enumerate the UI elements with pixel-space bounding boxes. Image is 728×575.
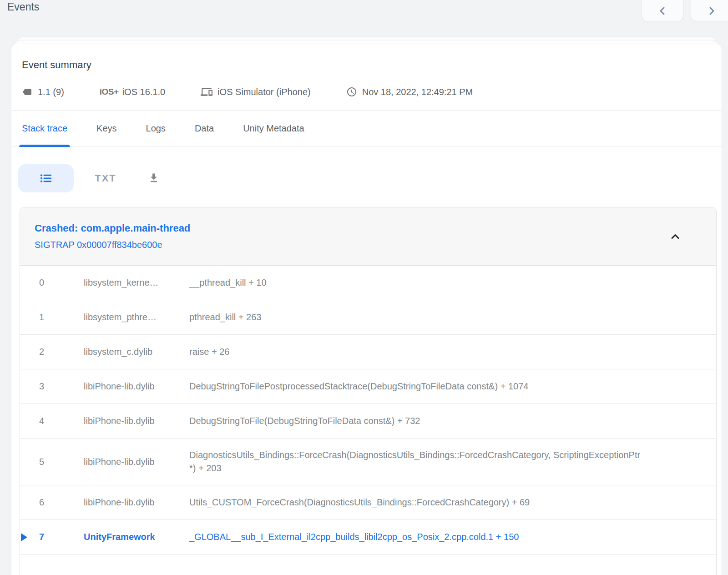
device-value: iOS Simulator (iPhone) [217,87,311,97]
stack-trace-panel: Crashed: com.apple.main-thread SIGTRAP 0… [20,207,717,575]
devices-icon [201,86,212,98]
table-row[interactable]: 1 libsystem_pthre… pthread_kill + 263 [20,300,716,335]
bulleted-list-icon [39,171,53,186]
crash-thread-header[interactable]: Crashed: com.apple.main-thread SIGTRAP 0… [20,207,716,266]
chevron-right-icon [706,5,717,16]
event-summary-section: Event summary 1.1 (9) iOS+ iOS 16.1.0 iO… [11,44,722,98]
table-row[interactable]: 3 libiPhone-lib.dylib DebugStringToFileP… [20,369,716,404]
frame-symbol: DebugStringToFile(DebugStringToFileData … [189,404,716,438]
clock-icon [346,86,357,97]
frame-index: 5 [20,457,84,467]
frame-library: libiPhone-lib.dylib [84,457,189,467]
frame-symbol: DebugStringToFilePostprocessedStacktrace… [189,370,716,403]
crash-thread-title: Crashed: com.apple.main-thread [35,222,716,234]
frame-index: 0 [20,277,84,288]
os-meta: iOS+ iOS 16.1.0 [100,87,165,97]
frame-symbol: __pthread_kill + 10 [189,266,716,299]
tab-stack-trace[interactable]: Stack trace [19,111,70,146]
chevron-left-icon [657,5,668,16]
selected-frame-marker-icon [21,533,27,541]
list-view-button[interactable] [18,164,74,192]
crash-signal: SIGTRAP 0x00007ff834be600e [35,240,716,250]
partial-next-row [20,555,716,575]
timestamp-meta: Nov 18, 2022, 12:49:21 PM [346,86,473,97]
device-meta: iOS Simulator (iPhone) [201,86,311,98]
tab-keys[interactable]: Keys [94,111,119,146]
frame-symbol: _GLOBAL__sub_I_External_il2cpp_builds_li… [189,520,716,554]
frame-index: 6 [20,497,84,508]
ios-platform-icon: iOS+ [100,87,119,97]
version-tag-icon [22,86,33,97]
frame-library: UnityFramework [84,532,189,542]
table-row-selected[interactable]: 7 UnityFramework _GLOBAL__sub_I_External… [20,520,716,555]
tab-unity-metadata[interactable]: Unity Metadata [240,111,307,146]
frame-symbol: Utils_CUSTOM_ForceCrash(DiagnosticsUtils… [189,486,716,519]
download-icon [147,172,160,185]
os-value: iOS 16.1.0 [122,87,166,97]
frame-library: libiPhone-lib.dylib [84,416,189,426]
stack-trace-toolbar: TXT [11,164,722,192]
event-metadata-row: 1.1 (9) iOS+ iOS 16.1.0 iOS Simulator (i… [22,86,722,98]
version-meta: 1.1 (9) [22,86,64,97]
tab-data[interactable]: Data [192,111,217,146]
frame-library: libsystem_c.dylib [84,347,189,357]
frames-list: 0 libsystem_kerne… __pthread_kill + 10 1… [20,266,716,575]
table-row[interactable]: 4 libiPhone-lib.dylib DebugStringToFile(… [20,404,716,439]
tab-logs[interactable]: Logs [143,111,168,146]
previous-event-button[interactable] [642,0,683,22]
frame-library: libsystem_pthre… [84,312,189,323]
detail-tabs: Stack trace Keys Logs Data Unity Metadat… [11,111,722,147]
collapse-thread-button[interactable] [666,227,684,246]
frame-library: libiPhone-lib.dylib [84,497,189,508]
frame-index: 3 [20,381,84,392]
frame-symbol: pthread_kill + 263 [189,301,716,334]
txt-view-button[interactable]: TXT [88,164,123,192]
table-row[interactable]: 2 libsystem_c.dylib raise + 26 [20,335,716,369]
download-button[interactable] [141,164,167,192]
frame-symbol: DiagnosticsUtils_Bindings::ForceCrash(Di… [189,439,716,485]
frame-index: 1 [20,312,84,323]
table-row[interactable]: 6 libiPhone-lib.dylib Utils_CUSTOM_Force… [20,485,716,520]
frame-library: libsystem_kerne… [84,277,189,288]
page-title: Events [7,1,39,13]
chevron-up-icon [669,230,682,243]
event-summary-title: Event summary [22,59,722,71]
timestamp-value: Nov 18, 2022, 12:49:21 PM [362,87,473,97]
frame-library: libiPhone-lib.dylib [84,381,189,392]
table-row[interactable]: 0 libsystem_kerne… __pthread_kill + 10 [20,266,716,300]
table-row[interactable]: 5 libiPhone-lib.dylib DiagnosticsUtils_B… [20,439,716,485]
frame-index: 4 [20,416,84,426]
version-value: 1.1 (9) [38,87,64,97]
next-event-button[interactable] [691,0,728,22]
frame-index: 7 [20,532,84,542]
frame-index: 2 [20,347,84,357]
event-card: Event summary 1.1 (9) iOS+ iOS 16.1.0 iO… [11,44,722,575]
frame-symbol: raise + 26 [189,335,716,368]
